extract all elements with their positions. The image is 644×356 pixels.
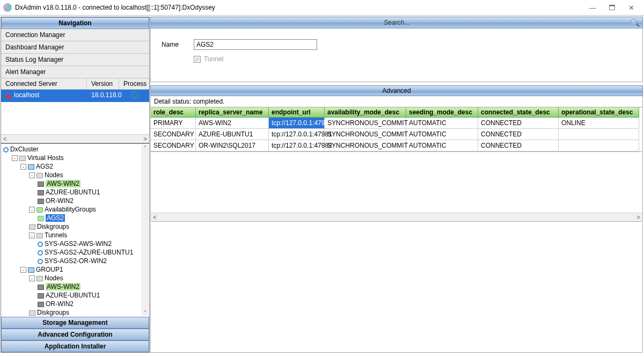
tree-root[interactable]: DxCluster — [10, 146, 39, 153]
table-cell[interactable]: SYNCHRONOUS_COMMIT — [325, 129, 406, 140]
tree-ag-ags2[interactable]: AGS2 — [46, 214, 65, 222]
server-process-cell — [119, 90, 150, 102]
nodes-icon — [36, 276, 43, 281]
tree-tunnel-1[interactable]: SYS-AGS2-AZURE-UBUNTU1 — [45, 249, 133, 256]
minimize-button[interactable]: — — [583, 1, 602, 14]
table-cell[interactable]: tcp://127.0.0.1:47981 — [269, 129, 325, 140]
tree-tunnels[interactable]: Tunnels — [45, 231, 67, 239]
nav-connection-manager[interactable]: Connection Manager — [1, 29, 149, 41]
table-cell[interactable]: AWS-WIN2 — [196, 118, 269, 129]
table-cell[interactable] — [559, 140, 639, 151]
expander-icon[interactable]: - — [29, 172, 35, 178]
name-label: Name — [162, 41, 194, 48]
tree-vscroll[interactable]: ˄˅ — [141, 145, 149, 316]
table-cell[interactable]: ONLINE — [559, 118, 639, 129]
server-grid-header: Connected Server Version Process — [1, 78, 149, 90]
col-connected-state[interactable]: connected_state_desc — [478, 107, 559, 118]
expander-icon[interactable]: - — [29, 207, 35, 213]
grid-hscroll[interactable]: <> — [151, 213, 642, 221]
nav-status-log-manager[interactable]: Status Log Manager — [1, 54, 149, 66]
cluster-icon — [3, 147, 9, 152]
expander-icon[interactable]: - — [29, 275, 35, 281]
search-placeholder: Search... — [384, 19, 409, 26]
section-advanced-configuration[interactable]: Advanced Configuration — [1, 329, 149, 340]
server-icon — [38, 181, 44, 187]
close-button[interactable]: ✕ — [621, 1, 641, 14]
server-hscroll[interactable]: <> — [1, 134, 149, 143]
table-cell[interactable]: tcp://127.0.0.1:47982 — [269, 140, 325, 151]
table-cell[interactable]: SECONDARY — [151, 140, 196, 151]
col-replica-server-name[interactable]: replica_server_name — [196, 107, 269, 118]
table-cell[interactable]: AUTOMATIC — [406, 129, 478, 140]
tree-node-or-win2[interactable]: OR-WIN2 — [46, 197, 74, 205]
nav-dashboard-manager[interactable]: Dashboard Manager — [1, 41, 149, 54]
name-input[interactable] — [194, 39, 317, 50]
expander-icon[interactable]: - — [12, 155, 18, 161]
tree-node-or-win2[interactable]: OR-WIN2 — [46, 300, 74, 308]
tree-tunnel-2[interactable]: SYS-AGS2-OR-WIN2 — [45, 257, 107, 265]
server-name-cell: localhost — [1, 90, 87, 102]
table-cell[interactable]: SECONDARY — [151, 129, 196, 140]
table-cell[interactable]: SYNCHRONOUS_COMMIT — [325, 118, 406, 129]
expander-icon[interactable]: - — [20, 164, 26, 170]
col-seeding-mode[interactable]: seeding_mode_desc — [406, 107, 478, 118]
table-cell[interactable]: AZURE-UBUNTU1 — [196, 129, 269, 140]
tree-node-aws-win2[interactable]: AWS-WIN2 — [46, 180, 80, 187]
maximize-button[interactable]: 🗖 — [602, 1, 621, 14]
cluster-tree: ˄˅ DxCluster -Virtual Hosts -AGS2 -Nodes… — [1, 143, 149, 317]
grid-whitespace: <> — [150, 152, 643, 222]
main-panel: Search... 🔍 Name ✓ Tunnel Advanced Detai… — [150, 17, 643, 353]
server-version-cell: 18.0.118.0 — [87, 90, 119, 102]
table-cell[interactable] — [559, 129, 639, 140]
col-availability-mode[interactable]: availability_mode_desc — [325, 107, 406, 118]
server-row-selected[interactable]: localhost 18.0.118.0 — [1, 90, 149, 102]
tree-ags2[interactable]: AGS2 — [36, 163, 53, 170]
window-titlebar: DxAdmin v18.0.118.0 - connected to local… — [0, 0, 644, 15]
server-name: localhost — [14, 91, 39, 99]
col-operational-state[interactable]: operational_state_desc — [559, 107, 639, 118]
tree-availability-groups[interactable]: AvailabilityGroups — [45, 206, 96, 213]
col-connected-server[interactable]: Connected Server — [1, 78, 87, 89]
col-process[interactable]: Process — [119, 78, 150, 89]
col-role-desc[interactable]: role_desc — [151, 107, 196, 118]
table-row[interactable]: SECONDARYAZURE-UBUNTU1tcp://127.0.0.1:47… — [151, 129, 642, 140]
table-cell[interactable]: CONNECTED — [478, 140, 559, 151]
table-row[interactable]: SECONDARYOR-WIN2\SQL2017tcp://127.0.0.1:… — [151, 140, 642, 151]
search-bar[interactable]: Search... 🔍 — [150, 17, 643, 28]
tree-node-aws-win2[interactable]: AWS-WIN2 — [46, 283, 80, 290]
search-icon[interactable]: 🔍 — [631, 18, 639, 27]
tree-node-azure-ubuntu1[interactable]: AZURE-UBUNTU1 — [46, 292, 100, 299]
expander-icon[interactable]: - — [29, 233, 35, 238]
warning-icon — [5, 93, 12, 98]
table-cell[interactable]: CONNECTED — [478, 129, 559, 140]
tree-node-azure-ubuntu1[interactable]: AZURE-UBUNTU1 — [46, 188, 100, 196]
nav-alert-manager[interactable]: Alert Manager — [1, 66, 149, 78]
server-icon — [38, 285, 44, 290]
table-cell[interactable]: SYNCHRONOUS_COMMIT — [325, 140, 406, 151]
table-cell[interactable]: tcp://127.0.0.1:47980 — [269, 118, 325, 129]
monitor-icon — [28, 267, 34, 273]
server-list-space — [1, 102, 149, 134]
col-endpoint-url[interactable]: endpoint_url — [269, 107, 325, 118]
tree-diskgroups[interactable]: Diskgroups — [37, 223, 69, 230]
table-row[interactable]: PRIMARYAWS-WIN2tcp://127.0.0.1:47980SYNC… — [151, 118, 642, 129]
advanced-header[interactable]: Advanced — [150, 85, 643, 96]
tree-nodes[interactable]: Nodes — [45, 171, 63, 179]
section-storage-management[interactable]: Storage Management — [1, 317, 149, 329]
table-cell[interactable]: OR-WIN2\SQL2017 — [196, 140, 269, 151]
tree-nodes[interactable]: Nodes — [45, 274, 63, 282]
col-version[interactable]: Version — [87, 78, 119, 89]
table-cell[interactable]: CONNECTED — [478, 118, 559, 129]
table-cell[interactable]: PRIMARY — [151, 118, 196, 129]
tunnel-label: Tunnel — [204, 55, 223, 63]
section-application-installer[interactable]: Application Installer — [1, 340, 149, 352]
tree-group1[interactable]: GROUP1 — [36, 266, 63, 273]
tree-virtual-hosts[interactable]: Virtual Hosts — [27, 154, 64, 162]
table-cell[interactable]: AUTOMATIC — [406, 118, 478, 129]
table-cell[interactable]: AUTOMATIC — [406, 140, 478, 151]
tunnel-checkbox: ✓ — [194, 56, 201, 63]
tree-tunnel-0[interactable]: SYS-AGS2-AWS-WIN2 — [45, 240, 112, 248]
expander-icon[interactable]: - — [20, 267, 26, 273]
ag-icon — [36, 207, 43, 213]
tree-diskgroups[interactable]: Diskgroups — [37, 309, 69, 316]
